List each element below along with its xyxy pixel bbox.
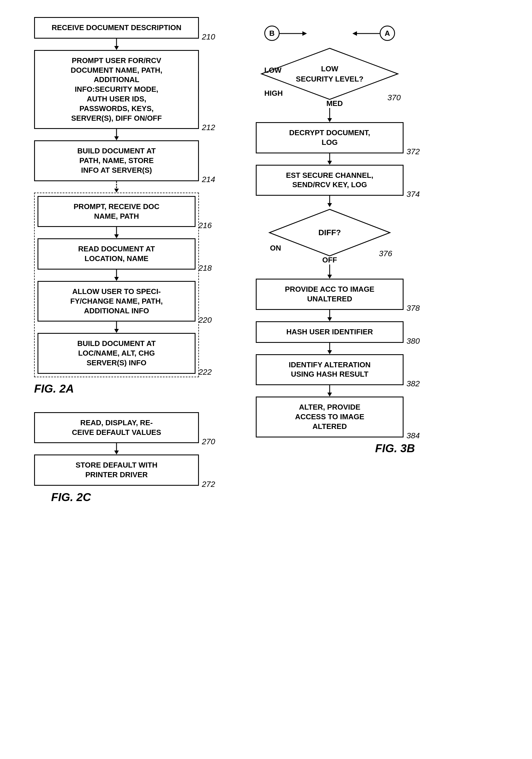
box-380-text: HASH USER IDENTIFIER (286, 328, 373, 336)
circle-b-container: B (264, 25, 280, 41)
svg-marker-27 (327, 275, 332, 279)
step-210: 210 (202, 32, 215, 42)
step-214: 214 (202, 175, 215, 185)
circle-a: A (380, 25, 395, 41)
svg-marker-9 (114, 277, 119, 281)
b-to-diamond-arrow (280, 31, 308, 36)
connector-row: B A (259, 23, 401, 45)
high-label: HIGH (264, 89, 283, 98)
box-212: PROMPT USER FOR/RCVDOCUMENT NAME, PATH,A… (34, 50, 199, 129)
flow-item-220: ALLOW USER TO SPECI-FY/CHANGE NAME, PATH… (37, 281, 195, 322)
step-382: 382 (406, 379, 420, 389)
svg-marker-17 (352, 31, 357, 36)
arrow-2 (114, 129, 119, 140)
flow-item-380: HASH USER IDENTIFIER 380 (256, 321, 404, 343)
box-272-text: STORE DEFAULT WITHPRINTER DRIVER (76, 461, 157, 479)
box-372: DECRYPT DOCUMENT,LOG 372 (256, 122, 404, 153)
box-216: PROMPT, RECEIVE DOCNAME, PATH 216 (37, 196, 195, 227)
arrow-13 (327, 343, 333, 354)
step-372: 372 (406, 146, 420, 157)
diagram-container: RECEIVE DOCUMENT DESCRIPTION 210 PROMPT … (17, 11, 515, 504)
box-384: ALTER, PROVIDEACCESS TO IMAGEALTERED 384 (256, 397, 404, 437)
box-210-text: RECEIVE DOCUMENT DESCRIPTION (52, 23, 182, 32)
box-382-text: IDENTIFY ALTERATIONUSING HASH RESULT (289, 360, 371, 379)
step-218: 218 (198, 263, 212, 273)
svg-marker-11 (114, 329, 119, 333)
box-374-text: EST SECURE CHANNEL,SEND/RCV KEY, LOG (286, 171, 373, 189)
arrow-9 (327, 153, 333, 165)
arrow-7 (114, 443, 119, 455)
circle-a-container: A (380, 25, 395, 41)
box-372-text: DECRYPT DOCUMENT,LOG (289, 128, 370, 146)
step-220: 220 (198, 315, 212, 325)
flow-item-384: ALTER, PROVIDEACCESS TO IMAGEALTERED 384 (256, 397, 404, 437)
box-384-text: ALTER, PROVIDEACCESS TO IMAGEALTERED (295, 403, 364, 431)
left-column: RECEIVE DOCUMENT DESCRIPTION 210 PROMPT … (17, 17, 216, 504)
step-222: 222 (198, 367, 212, 377)
diamond-376-container: DIFF? 376 ON OFF (267, 207, 392, 258)
flow-item-212: PROMPT USER FOR/RCVDOCUMENT NAME, PATH,A… (34, 50, 199, 129)
med-label: MED (326, 99, 343, 108)
svg-marker-7 (114, 234, 119, 238)
step-384: 384 (406, 431, 420, 441)
flow-item-216: PROMPT, RECEIVE DOCNAME, PATH 216 (37, 196, 195, 227)
step-216: 216 (198, 220, 212, 231)
svg-marker-13 (114, 451, 119, 455)
svg-marker-33 (327, 393, 332, 397)
flow-item-374: EST SECURE CHANNEL,SEND/RCV KEY, LOG 374 (256, 165, 404, 196)
flow-item-382: IDENTIFY ALTERATIONUSING HASH RESULT 382 (256, 354, 404, 385)
box-222: BUILD DOCUMENT ATLOC/NAME, ALT, CHGSERVE… (37, 333, 195, 374)
low-label: LOW (264, 66, 282, 75)
dashed-group: PROMPT, RECEIVE DOCNAME, PATH 216 READ D… (34, 193, 199, 377)
fig-2c-label: FIG. 2C (51, 491, 91, 504)
a-to-diamond-arrow (351, 31, 380, 36)
box-220-text: ALLOW USER TO SPECI-FY/CHANGE NAME, PATH… (70, 287, 163, 315)
step-374: 374 (406, 189, 420, 199)
arrow-4 (114, 227, 119, 238)
diamond-370-container: LOWSECURITY LEVEL? 370 LOW HIGH MED (259, 45, 401, 102)
box-374: EST SECURE CHANNEL,SEND/RCV KEY, LOG 374 (256, 165, 404, 196)
svg-marker-24 (327, 203, 332, 207)
box-214: BUILD DOCUMENT ATPATH, NAME, STOREINFO A… (34, 140, 199, 181)
box-270: READ, DISPLAY, RE-CEIVE DEFAULT VALUES 2… (34, 412, 199, 443)
circle-b: B (264, 25, 280, 41)
diamond-376-text: DIFF? (318, 228, 341, 237)
off-label: OFF (322, 256, 337, 264)
svg-marker-29 (327, 317, 332, 321)
svg-marker-22 (327, 161, 332, 165)
box-272: STORE DEFAULT WITHPRINTER DRIVER 272 (34, 455, 199, 486)
svg-marker-31 (327, 350, 332, 354)
arrow-3 (114, 181, 119, 193)
fig-2a-label: FIG. 2A (34, 382, 74, 395)
box-220: ALLOW USER TO SPECI-FY/CHANGE NAME, PATH… (37, 281, 195, 322)
svg-marker-20 (327, 118, 332, 122)
box-214-text: BUILD DOCUMENT ATPATH, NAME, STOREINFO A… (77, 146, 156, 175)
box-378-text: PROVIDE ACC TO IMAGEUNALTERED (285, 285, 375, 303)
right-column: B A (233, 17, 426, 455)
box-378: PROVIDE ACC TO IMAGEUNALTERED 378 (256, 279, 404, 310)
box-218: READ DOCUMENT ATLOCATION, NAME 218 (37, 238, 195, 269)
step-370: 370 (388, 93, 401, 102)
box-218-text: READ DOCUMENT ATLOCATION, NAME (78, 245, 155, 263)
flow-item-214: BUILD DOCUMENT ATPATH, NAME, STOREINFO A… (34, 140, 199, 181)
arrow-11 (327, 264, 333, 279)
box-212-text: PROMPT USER FOR/RCVDOCUMENT NAME, PATH,A… (71, 56, 163, 122)
box-216-text: PROMPT, RECEIVE DOCNAME, PATH (74, 202, 159, 220)
svg-marker-1 (114, 46, 119, 50)
flow-item-272: STORE DEFAULT WITHPRINTER DRIVER 272 (34, 455, 199, 486)
box-210: RECEIVE DOCUMENT DESCRIPTION 210 (34, 17, 199, 39)
circle-a-label: A (385, 29, 390, 38)
step-212: 212 (202, 122, 215, 133)
box-222-text: BUILD DOCUMENT ATLOC/NAME, ALT, CHGSERVE… (77, 339, 156, 367)
fig-3b-label: FIG. 3B (375, 442, 415, 455)
arrow-10 (327, 196, 333, 207)
flow-item-378: PROVIDE ACC TO IMAGEUNALTERED 378 (256, 279, 404, 310)
flow-item-222: BUILD DOCUMENT ATLOC/NAME, ALT, CHGSERVE… (37, 333, 195, 374)
on-label: ON (270, 244, 281, 253)
flow-item-270: READ, DISPLAY, RE-CEIVE DEFAULT VALUES 2… (34, 412, 199, 443)
page: RECEIVE DOCUMENT DESCRIPTION 210 PROMPT … (0, 0, 532, 759)
box-380: HASH USER IDENTIFIER 380 (256, 321, 404, 343)
box-382: IDENTIFY ALTERATIONUSING HASH RESULT 382 (256, 354, 404, 385)
svg-marker-15 (303, 31, 307, 36)
step-378: 378 (406, 303, 420, 313)
